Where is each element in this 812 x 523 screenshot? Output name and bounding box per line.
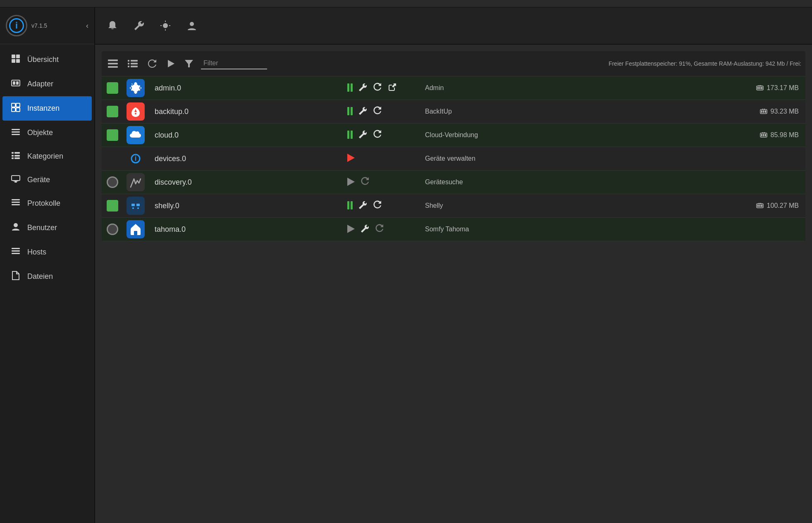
svg-rect-22	[13, 181, 18, 181]
sidebar-item-hosts[interactable]: Hosts	[2, 241, 92, 264]
svg-rect-6	[16, 81, 19, 85]
logo-inner: i	[9, 18, 24, 33]
sidebar-label-kategorien: Kategorien	[27, 152, 63, 161]
svg-rect-70	[131, 204, 135, 206]
sidebar-item-dateien[interactable]: Dateien	[2, 264, 92, 289]
svg-rect-62	[761, 134, 762, 136]
objekte-icon	[11, 128, 21, 138]
pause-button[interactable]	[347, 107, 353, 115]
controls-cell	[344, 76, 418, 100]
memory-display: 173.17 MB	[664, 84, 799, 92]
svg-rect-15	[14, 152, 20, 154]
theme-icon[interactable]	[158, 18, 173, 33]
refresh-all-button[interactable]	[146, 57, 159, 70]
collapse-button[interactable]: ‹	[86, 21, 88, 30]
restart-button[interactable]	[373, 84, 385, 93]
start-all-button[interactable]	[165, 57, 177, 70]
list-view-button[interactable]	[126, 57, 140, 70]
status-cell	[102, 100, 123, 124]
controls-cell	[344, 147, 418, 171]
status-info: Freier Festplattenspeicher: 91%, Gesamte…	[609, 60, 801, 67]
version-text: v7.1.5	[31, 22, 47, 29]
svg-rect-28	[12, 250, 20, 252]
pause-button[interactable]	[347, 83, 353, 92]
open-link-button[interactable]	[388, 84, 397, 93]
svg-marker-81	[131, 224, 141, 228]
table-row: cloud.0 Cloud-Verbindung 85.98 MB	[102, 124, 805, 147]
icon-cell	[123, 171, 148, 194]
svg-rect-49	[757, 87, 759, 89]
svg-rect-44	[131, 66, 138, 67]
sidebar-label-adapter: Adapter	[27, 80, 53, 88]
sidebar-label-instanzen: Instanzen	[27, 104, 60, 113]
instance-name: devices.0	[155, 155, 186, 163]
status-cell	[102, 147, 123, 171]
svg-rect-76	[759, 204, 760, 207]
sidebar-item-adapter[interactable]: Adapter	[2, 73, 92, 95]
sidebar-item-gerate[interactable]: Geräte	[2, 169, 92, 191]
config-button[interactable]	[358, 226, 372, 235]
instances-container: Freier Festplattenspeicher: 91%, Gesamte…	[102, 51, 805, 241]
sidebar-item-protokolle[interactable]: Protokolle	[2, 192, 92, 215]
filter-input[interactable]	[201, 58, 267, 69]
svg-rect-56	[761, 110, 762, 113]
content-area: Freier Festplattenspeicher: 91%, Gesamte…	[95, 45, 812, 523]
svg-rect-75	[757, 204, 759, 207]
play-button[interactable]	[347, 225, 355, 233]
status-indicator-gray	[107, 176, 118, 188]
table-row: admin.0 Admin 173.17 MB	[102, 76, 805, 100]
bell-icon[interactable]	[105, 18, 120, 33]
description-cell: Cloud-Verbindung	[418, 124, 658, 147]
wrench-toolbar-icon[interactable]	[131, 18, 146, 33]
person-icon[interactable]	[184, 18, 199, 33]
table-row: i devices.0 Geräte verwalten	[102, 147, 805, 171]
memory-display: 85.98 MB	[664, 131, 799, 139]
sidebar-item-ubersicht[interactable]: Übersicht	[2, 48, 92, 72]
description-cell: Shelly	[418, 194, 658, 218]
sidebar-label-benutzer: Benutzer	[27, 223, 57, 232]
icon-cell: i	[123, 147, 148, 171]
config-button[interactable]	[356, 131, 370, 140]
sidebar-label-hosts: Hosts	[27, 248, 46, 257]
instance-description: Somfy Tahoma	[425, 226, 469, 233]
instanzen-icon	[11, 103, 21, 114]
play-button[interactable]	[347, 178, 355, 186]
pause-button[interactable]	[347, 201, 353, 209]
pause-button[interactable]	[347, 131, 353, 139]
sidebar-item-benutzer[interactable]: Benutzer	[2, 216, 92, 240]
config-button[interactable]	[356, 202, 370, 211]
sidebar-item-instanzen[interactable]: Instanzen	[2, 96, 92, 121]
description-cell: Somfy Tahoma	[418, 218, 658, 241]
svg-rect-16	[12, 155, 14, 157]
table-row: shelly.0 Shelly 100.27 MB	[102, 194, 805, 218]
memory-cell: 93.23 MB	[658, 100, 805, 124]
config-button[interactable]	[356, 108, 370, 117]
table-view-button[interactable]	[106, 57, 120, 70]
memory-cell	[658, 147, 805, 171]
top-bar	[0, 0, 812, 7]
status-cell	[102, 171, 123, 194]
restart-button[interactable]	[373, 202, 382, 211]
svg-rect-59	[762, 109, 763, 110]
sidebar-item-kategorien[interactable]: Kategorien	[2, 145, 92, 168]
svg-rect-20	[12, 176, 20, 181]
restart-button[interactable]	[358, 178, 370, 188]
protokolle-icon	[11, 199, 21, 208]
restart-button[interactable]	[375, 226, 384, 235]
svg-rect-78	[759, 203, 759, 204]
svg-rect-43	[128, 66, 129, 67]
svg-rect-65	[762, 132, 763, 133]
svg-rect-58	[765, 110, 766, 113]
sidebar-item-objekte[interactable]: Objekte	[2, 121, 92, 144]
filter-icon[interactable]	[183, 58, 195, 69]
restart-button[interactable]	[373, 131, 382, 140]
svg-rect-5	[13, 81, 15, 85]
hosts-icon	[11, 247, 21, 257]
svg-point-73	[137, 207, 139, 209]
restart-button[interactable]	[373, 108, 382, 117]
config-button[interactable]	[356, 84, 370, 93]
memory-cell: 85.98 MB	[658, 124, 805, 147]
play-button[interactable]	[347, 154, 355, 162]
instance-name: admin.0	[155, 84, 181, 92]
sidebar-label-gerate: Geräte	[27, 176, 50, 184]
